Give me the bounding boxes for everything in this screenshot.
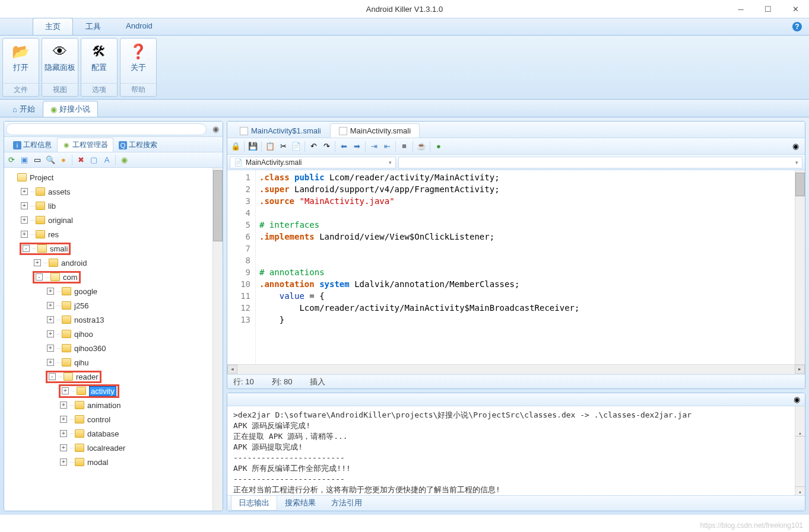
undo-icon[interactable]: ↶ [309, 142, 318, 151]
code-line[interactable]: .implements Landroid/view/View$OnClickLi… [259, 231, 801, 243]
tree-node[interactable]: +⋯qihoo360 [5, 341, 221, 355]
tree-node[interactable]: +⋯res [5, 227, 221, 241]
expand-icon[interactable]: + [60, 416, 67, 423]
expand-icon[interactable]: - [36, 273, 43, 281]
expand-icon[interactable]: + [21, 188, 28, 195]
ribbon-选项[interactable]: 🛠 配置 选项 [81, 38, 118, 97]
tree-node[interactable]: +⋯assets [5, 184, 221, 199]
expand-icon[interactable]: + [47, 330, 54, 337]
console-tab-2[interactable]: 方法引用 [323, 496, 370, 511]
help-icon[interactable]: ? [792, 22, 802, 31]
code-editor[interactable]: 12345678910111213 .class public Lcom/rea… [227, 170, 805, 364]
scroll-left-icon[interactable]: ◂ [227, 365, 237, 374]
close-button[interactable]: ✕ [782, 0, 809, 18]
ribbon-视图[interactable]: 👁 隐藏面板 视图 [42, 38, 78, 97]
maximize-button[interactable]: ☐ [754, 0, 782, 18]
tree-node[interactable]: +⋯android [5, 256, 221, 270]
expand-icon[interactable]: + [47, 302, 54, 309]
code-line[interactable]: Lcom/reader/activity/MainActivity$MainBr… [259, 302, 801, 314]
expand-icon[interactable]: + [21, 216, 28, 224]
menu-tab-2[interactable]: Android [113, 18, 165, 35]
expand-icon[interactable]: + [62, 387, 69, 394]
lines-icon[interactable]: ≡ [399, 142, 409, 151]
tree-node[interactable]: +⋯j256 [5, 298, 221, 313]
expand-icon[interactable]: + [60, 430, 67, 437]
crumb-method[interactable]: ▾ [398, 157, 802, 168]
light-icon[interactable]: ● [59, 155, 68, 165]
tree-node[interactable]: +⋯nostra13 [5, 313, 221, 327]
code-line[interactable]: value = { [259, 290, 801, 302]
code-line[interactable]: # annotations [259, 266, 801, 278]
lock-icon[interactable]: 🔒 [231, 142, 240, 151]
tree-node[interactable]: +⋯activity [5, 384, 221, 398]
left-tab-2[interactable]: Q工程搜索 [113, 138, 163, 152]
tree-node[interactable]: -⋯com [5, 270, 221, 284]
find-icon[interactable]: 🔍 [46, 155, 55, 165]
console-tab-0[interactable]: 日志输出 [231, 496, 277, 511]
ribbon-帮助[interactable]: ❓ 关于 帮助 [120, 38, 157, 97]
expand-icon[interactable]: + [34, 259, 41, 266]
expand-icon[interactable]: - [49, 373, 56, 380]
code-line[interactable] [259, 207, 801, 219]
file-tab-1[interactable]: MainActivity.smali [330, 123, 420, 138]
expand-icon[interactable]: + [21, 202, 28, 209]
code-line[interactable]: .source "MainActivity.java" [259, 195, 801, 207]
code-line[interactable] [259, 254, 801, 266]
page-tab-0[interactable]: ⌂开始 [5, 101, 43, 117]
expand-icon[interactable]: + [47, 316, 54, 323]
tree-node[interactable]: +⋯animation [5, 398, 221, 412]
java-icon[interactable]: ☕ [417, 142, 426, 151]
monitor-icon[interactable]: ▢ [89, 155, 99, 165]
save-icon[interactable]: 💾 [248, 142, 258, 151]
expand-icon[interactable]: + [60, 444, 67, 451]
outdent-icon[interactable]: ⇤ [382, 142, 392, 151]
expand-icon[interactable]: + [21, 231, 28, 238]
copy-icon[interactable]: 📋 [265, 142, 275, 151]
tree-node[interactable]: +⋯google [5, 284, 221, 298]
project-tree[interactable]: Project+⋯assets+⋯lib+⋯original+⋯res-⋯sma… [4, 168, 223, 472]
tree-scrollbar[interactable] [212, 168, 223, 511]
editor-scrollbar-v[interactable] [795, 170, 805, 364]
minimize-button[interactable]: ─ [727, 0, 754, 18]
tree-node[interactable]: Project [5, 170, 221, 184]
cut-icon[interactable]: ✂ [278, 142, 288, 151]
tree-node[interactable]: +⋯lib [5, 199, 221, 213]
tree-node[interactable]: +⋯modal [5, 455, 221, 469]
console-output[interactable]: >dex2jar D:\software\AndroidKiller\proje… [227, 406, 805, 495]
indent-icon[interactable]: ⇥ [369, 142, 379, 151]
tree-node[interactable]: -⋯smali [5, 241, 221, 256]
eye-icon[interactable]: ◉ [792, 395, 801, 404]
expand-icon[interactable]: + [47, 345, 54, 352]
tree-node[interactable]: +⋯qihu [5, 355, 221, 369]
eye-icon[interactable]: ◉ [791, 142, 800, 151]
left-tab-0[interactable]: i工程信息 [8, 138, 57, 152]
tree-node[interactable]: +⋯original [5, 213, 221, 227]
expand-icon[interactable]: - [23, 245, 30, 252]
scroll-right-icon[interactable]: ▸ [795, 365, 805, 374]
letter-icon[interactable]: A [102, 155, 112, 165]
menu-tab-1[interactable]: 工具 [73, 18, 113, 35]
file-tab-0[interactable]: MainActivity$1.smali [231, 123, 330, 138]
code-line[interactable]: .super Landroid/support/v4/app/FragmentA… [259, 183, 801, 195]
crumb-file[interactable]: 📄 MainActivity.smali ▾ [230, 157, 396, 168]
expand-icon[interactable]: + [60, 402, 67, 409]
android-icon[interactable]: ◉ [119, 155, 129, 165]
code-text[interactable]: .class public Lcom/reader/activity/MainA… [256, 170, 805, 364]
menu-tab-0[interactable]: 主页 [33, 18, 73, 35]
tree-node[interactable]: +⋯localreader [5, 441, 221, 455]
console-scrollbar[interactable]: ▴ ▾ [795, 406, 805, 495]
forward-icon[interactable]: ➡ [352, 142, 361, 151]
code-line[interactable]: .class public Lcom/reader/activity/MainA… [259, 171, 801, 183]
tree-node[interactable]: +⋯control [5, 412, 221, 426]
window-icon[interactable]: ▭ [33, 155, 42, 165]
expand-icon[interactable]: + [60, 458, 67, 466]
refresh-icon[interactable]: ⟳ [7, 155, 16, 165]
editor-scrollbar-h[interactable]: ◂ ▸ [227, 364, 805, 374]
image-icon[interactable]: ▣ [20, 155, 29, 165]
eye-icon[interactable]: ◉ [208, 125, 223, 133]
delete-icon[interactable]: ✖ [76, 155, 85, 165]
redo-icon[interactable]: ↷ [322, 142, 331, 151]
code-line[interactable]: } [259, 314, 801, 326]
back-icon[interactable]: ⬅ [339, 142, 348, 151]
expand-icon[interactable]: + [47, 359, 54, 366]
